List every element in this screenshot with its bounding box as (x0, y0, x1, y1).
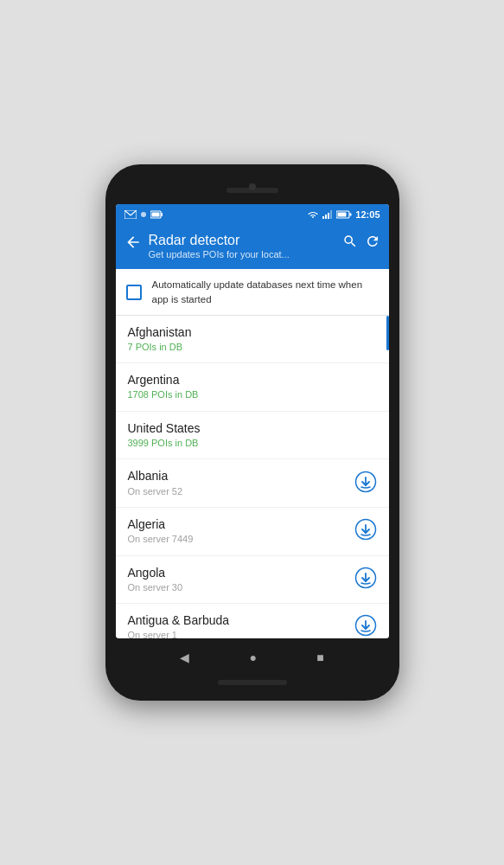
country-list[interactable]: Afghanistan7 POIs in DBArgentina1708 POI… (116, 316, 389, 638)
phone-top-bar (116, 180, 389, 201)
svg-rect-7 (328, 213, 329, 219)
svg-rect-5 (322, 216, 324, 219)
search-button[interactable] (342, 234, 358, 253)
toolbar-title-block: Radar detector Get updates POIs for your… (149, 232, 335, 260)
svg-rect-8 (330, 210, 332, 219)
item-name: United States (128, 420, 377, 436)
auto-update-checkbox[interactable] (126, 285, 142, 300)
scroll-indicator (386, 316, 389, 350)
nav-back-button[interactable]: ◀ (180, 650, 189, 664)
list-item[interactable]: Antigua & BarbudaOn server 1 (116, 604, 389, 638)
battery-saver-icon (150, 210, 163, 219)
banner-text: Automatically update databases next time… (152, 278, 379, 305)
list-item[interactable]: Afghanistan7 POIs in DB (116, 316, 389, 364)
status-bar: 12:05 (116, 204, 389, 225)
wifi-icon (307, 210, 319, 219)
list-item-text: Antigua & BarbudaOn server 1 (128, 612, 354, 638)
item-sub: On server 7449 (128, 533, 354, 546)
signal-icon (322, 210, 333, 219)
download-button[interactable] (354, 518, 377, 544)
nav-home-button[interactable]: ● (250, 650, 257, 664)
refresh-button[interactable] (365, 234, 380, 253)
svg-rect-4 (151, 213, 159, 217)
list-item-text: AlbaniaOn server 52 (128, 468, 354, 498)
list-item[interactable]: AlgeriaOn server 7449 (116, 508, 389, 556)
fingerprint-area (218, 680, 287, 685)
svg-rect-11 (338, 213, 347, 217)
back-button[interactable] (124, 234, 142, 255)
item-sub: 7 POIs in DB (128, 341, 377, 354)
list-item-text: United States3999 POIs in DB (128, 420, 377, 451)
svg-rect-6 (325, 215, 327, 219)
list-item-text: AngolaOn server 30 (128, 565, 354, 595)
status-icons-right: 12:05 (307, 209, 380, 220)
app-subtitle: Get updates POIs for your locat... (149, 248, 335, 260)
svg-rect-10 (350, 214, 352, 216)
email-icon (124, 210, 137, 219)
toolbar: Radar detector Get updates POIs for your… (116, 225, 389, 269)
phone-device: 12:05 Radar detector Get updates POIs fo… (105, 164, 399, 701)
phone-bottom (116, 680, 389, 685)
item-name: Antigua & Barbuda (128, 612, 354, 628)
list-item-text: Afghanistan7 POIs in DB (128, 324, 377, 355)
item-name: Afghanistan (128, 324, 377, 340)
screen: 12:05 Radar detector Get updates POIs fo… (116, 204, 389, 638)
download-button[interactable] (354, 567, 377, 593)
item-name: Algeria (128, 516, 354, 532)
nav-bar: ◀ ● ■ (116, 642, 389, 673)
item-name: Albania (128, 468, 354, 484)
status-icons-left (124, 210, 163, 219)
item-name: Angola (128, 565, 354, 580)
toolbar-actions (342, 234, 380, 253)
svg-rect-3 (161, 213, 163, 216)
battery-icon (336, 210, 352, 219)
item-sub: On server 1 (128, 629, 354, 638)
auto-update-banner[interactable]: Automatically update databases next time… (116, 269, 389, 315)
download-button[interactable] (354, 471, 377, 497)
list-item[interactable]: AlbaniaOn server 52 (116, 459, 389, 508)
item-sub: 1708 POIs in DB (128, 388, 377, 401)
nav-recent-button[interactable]: ■ (316, 650, 323, 664)
list-item[interactable]: Argentina1708 POIs in DB (116, 363, 389, 412)
app-title: Radar detector (149, 232, 335, 248)
status-dot-icon (140, 211, 147, 218)
download-button[interactable] (354, 614, 377, 638)
item-sub: 3999 POIs in DB (128, 437, 377, 450)
camera (249, 183, 256, 190)
item-name: Argentina (128, 372, 377, 388)
item-sub: On server 52 (128, 485, 354, 498)
svg-point-1 (141, 212, 146, 217)
list-item-text: AlgeriaOn server 7449 (128, 516, 354, 547)
list-item[interactable]: United States3999 POIs in DB (116, 412, 389, 460)
item-sub: On server 30 (128, 581, 354, 594)
list-item-text: Argentina1708 POIs in DB (128, 372, 377, 402)
time-display: 12:05 (355, 209, 380, 220)
list-item[interactable]: AngolaOn server 30 (116, 556, 389, 605)
